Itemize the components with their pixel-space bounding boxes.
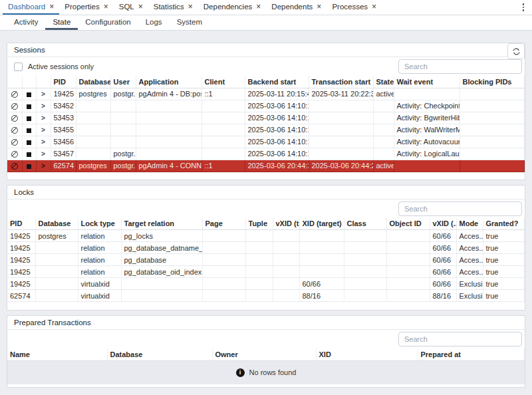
col-state[interactable]: State	[373, 76, 394, 88]
col-granted[interactable]: Granted?	[483, 218, 525, 230]
expand-row-icon[interactable]: >	[41, 150, 45, 158]
expand-row-icon[interactable]: >	[41, 126, 45, 134]
kebab-menu-icon[interactable]	[520, 0, 527, 15]
col-wait-event[interactable]: Wait event	[394, 76, 460, 88]
cell-stop[interactable]	[22, 124, 36, 136]
subtab-system[interactable]: System	[170, 15, 209, 30]
tab-sql[interactable]: SQL ×	[114, 0, 148, 15]
cell-expand[interactable]: >	[36, 136, 51, 148]
col-database[interactable]: Database	[35, 218, 78, 230]
table-row[interactable]: >19425postgrespostgr...pgAdmin 4 - DB:po…	[7, 88, 525, 100]
col-target-relation[interactable]: Target relation	[121, 218, 202, 230]
col-backend-start[interactable]: Backend start	[245, 76, 309, 88]
col-xid[interactable]: XID	[316, 348, 418, 360]
table-row[interactable]: 19425postgresrelationpg_locks60/66Acces.…	[7, 230, 525, 242]
cell-stop[interactable]	[22, 100, 36, 112]
tab-statistics[interactable]: Statistics ×	[148, 0, 198, 15]
expand-row-icon[interactable]: >	[41, 138, 45, 146]
terminate-session-icon[interactable]	[27, 92, 31, 97]
expand-row-icon[interactable]: >	[41, 162, 45, 170]
subtab-logs[interactable]: Logs	[138, 15, 170, 30]
table-row[interactable]: 62574virtualxid88/1688/16Exclusi...true	[7, 290, 525, 302]
cell-cancel[interactable]	[7, 124, 22, 136]
col-blocking-pids[interactable]: Blocking PIDs	[460, 76, 525, 88]
col-class[interactable]: Class	[344, 218, 386, 230]
terminate-session-icon[interactable]	[27, 152, 31, 157]
col-pid[interactable]: PID	[7, 218, 35, 230]
cell-expand[interactable]: >	[36, 100, 51, 112]
cell-cancel[interactable]	[7, 148, 22, 160]
close-tab-icon[interactable]: ×	[104, 3, 108, 11]
col-object-id[interactable]: Object ID	[386, 218, 430, 230]
cancel-query-icon[interactable]	[11, 151, 18, 158]
active-sessions-checkbox[interactable]	[14, 63, 23, 71]
cell-expand[interactable]: >	[36, 124, 51, 136]
cancel-query-icon[interactable]	[11, 91, 18, 98]
close-tab-icon[interactable]: ×	[188, 3, 193, 11]
cell-stop[interactable]	[22, 160, 36, 172]
table-row[interactable]: >53457postgr...2025-03-06 14:10:11 ...Ac…	[7, 148, 525, 160]
cell-cancel[interactable]	[7, 136, 22, 148]
locks-search-input[interactable]	[398, 201, 522, 216]
col-lock-type[interactable]: Lock type	[78, 218, 121, 230]
col-name[interactable]: Name	[7, 348, 107, 360]
cancel-query-icon[interactable]	[11, 115, 18, 122]
table-row[interactable]: >534552025-03-06 14:10:11 ...Activity: W…	[7, 124, 525, 136]
terminate-session-icon[interactable]	[27, 128, 31, 133]
cancel-query-icon[interactable]	[11, 139, 18, 146]
tab-dependents[interactable]: Dependents ×	[266, 0, 327, 15]
col-database[interactable]: Database	[107, 348, 212, 360]
col-mode[interactable]: Mode	[456, 218, 483, 230]
cell-stop[interactable]	[22, 88, 36, 100]
close-tab-icon[interactable]: ×	[317, 3, 321, 11]
close-tab-icon[interactable]: ×	[49, 3, 54, 11]
cell-expand[interactable]: >	[36, 112, 51, 124]
expand-row-icon[interactable]: >	[41, 114, 45, 122]
cell-expand[interactable]: >	[36, 160, 51, 172]
tab-properties[interactable]: Properties ×	[59, 0, 113, 15]
col-client[interactable]: Client	[201, 76, 245, 88]
tab-dependencies[interactable]: Dependencies ×	[198, 0, 267, 15]
close-tab-icon[interactable]: ×	[256, 3, 261, 11]
col-prepared-at[interactable]: Prepared at	[418, 348, 525, 360]
col-vxid-owner[interactable]: vXID (...	[430, 218, 456, 230]
col-pid[interactable]: PID	[51, 76, 76, 88]
col-user[interactable]: User	[110, 76, 136, 88]
terminate-session-icon[interactable]	[27, 116, 31, 121]
col-application[interactable]: Application	[136, 76, 201, 88]
cancel-query-icon[interactable]	[11, 163, 18, 170]
refresh-button[interactable]	[507, 43, 525, 59]
table-row[interactable]: 19425relationpg_database_oid_index60/66A…	[7, 266, 525, 278]
prepared-search-input[interactable]	[398, 332, 522, 346]
tab-processes[interactable]: Processes ×	[327, 0, 382, 15]
table-row[interactable]: >534532025-03-06 14:10:11 ...Activity: B…	[7, 112, 525, 124]
cell-cancel[interactable]	[7, 100, 22, 112]
col-page[interactable]: Page	[202, 218, 245, 230]
cell-stop[interactable]	[22, 136, 36, 148]
cell-stop[interactable]	[22, 148, 36, 160]
terminate-session-icon[interactable]	[27, 140, 31, 145]
cancel-query-icon[interactable]	[11, 103, 18, 110]
table-row[interactable]: >534522025-03-06 14:10:11 ...Activity: C…	[7, 100, 525, 112]
cell-expand[interactable]: >	[36, 148, 51, 160]
close-tab-icon[interactable]: ×	[138, 3, 143, 11]
table-row[interactable]: 19425virtualxid60/6660/66Exclusi...true	[7, 278, 525, 290]
col-database[interactable]: Database	[76, 76, 110, 88]
cell-expand[interactable]: >	[36, 88, 51, 100]
col-tuple[interactable]: Tuple	[245, 218, 273, 230]
terminate-session-icon[interactable]	[27, 104, 31, 109]
cancel-query-icon[interactable]	[11, 127, 18, 134]
col-xid-target[interactable]: XID (target)	[299, 218, 344, 230]
terminate-session-icon[interactable]	[27, 164, 31, 169]
table-row[interactable]: 19425relationpg_database_datname_ind...6…	[7, 242, 525, 254]
table-row[interactable]: >62574postgrespostgr...pgAdmin 4 - CONN:…	[7, 160, 525, 172]
sessions-search-input[interactable]	[398, 59, 522, 74]
col-vxid-target[interactable]: vXID (t...	[273, 218, 299, 230]
close-tab-icon[interactable]: ×	[372, 3, 376, 11]
cell-cancel[interactable]	[7, 112, 22, 124]
cell-cancel[interactable]	[7, 88, 22, 100]
cell-cancel[interactable]	[7, 160, 22, 172]
subtab-activity[interactable]: Activity	[7, 15, 45, 30]
cell-stop[interactable]	[22, 112, 36, 124]
subtab-configuration[interactable]: Configuration	[78, 15, 138, 30]
